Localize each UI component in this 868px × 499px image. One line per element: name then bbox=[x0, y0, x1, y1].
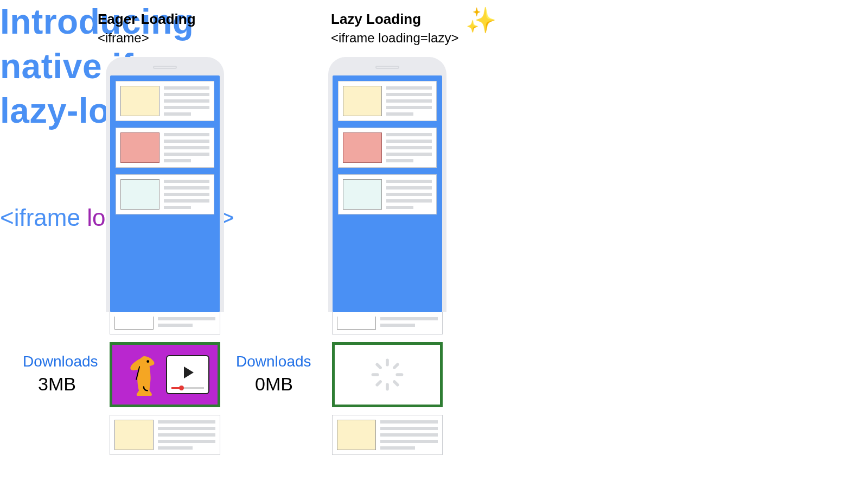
code-tag-open: <iframe bbox=[0, 204, 87, 231]
thumbnail-continuation bbox=[337, 317, 376, 330]
dog-icon bbox=[120, 351, 163, 399]
svg-rect-1 bbox=[386, 359, 389, 367]
list-item bbox=[332, 312, 443, 334]
play-icon bbox=[184, 367, 194, 378]
phone-speaker bbox=[375, 66, 399, 69]
thumbnail bbox=[114, 420, 154, 450]
list-item bbox=[338, 128, 437, 168]
thumbnail bbox=[120, 86, 159, 116]
phone-lazy bbox=[328, 57, 446, 312]
phone-eager bbox=[106, 57, 224, 312]
lazy-title: Lazy Loading bbox=[331, 11, 421, 28]
thumbnail bbox=[337, 420, 376, 450]
thumbnail bbox=[343, 179, 382, 210]
svg-rect-3 bbox=[372, 373, 379, 376]
below-fold-lazy bbox=[332, 312, 443, 463]
list-item bbox=[110, 415, 220, 455]
eager-subtitle: <iframe> bbox=[98, 30, 149, 46]
list-item bbox=[116, 174, 214, 214]
svg-point-0 bbox=[146, 360, 149, 363]
svg-rect-5 bbox=[392, 362, 400, 370]
spinner-icon bbox=[368, 356, 406, 394]
lazy-downloads-value: 0MB bbox=[255, 374, 293, 395]
video-player-icon bbox=[166, 355, 209, 394]
thumbnail bbox=[343, 132, 382, 163]
lazy-downloads-label: Downloads bbox=[236, 353, 311, 370]
svg-rect-8 bbox=[375, 362, 382, 370]
thumbnail bbox=[120, 179, 159, 210]
svg-rect-6 bbox=[392, 380, 400, 387]
thumbnail-continuation bbox=[114, 317, 154, 330]
svg-rect-2 bbox=[386, 383, 389, 390]
svg-rect-4 bbox=[395, 373, 403, 376]
lazy-subtitle: <iframe loading=lazy> bbox=[331, 30, 458, 46]
below-fold-eager bbox=[110, 312, 220, 463]
list-item bbox=[338, 81, 437, 121]
list-item bbox=[116, 81, 214, 121]
eager-downloads-label: Downloads bbox=[23, 353, 98, 370]
video-content bbox=[112, 345, 218, 405]
offscreen-iframe-loaded bbox=[110, 342, 220, 407]
svg-rect-7 bbox=[375, 380, 382, 387]
list-item bbox=[110, 312, 220, 334]
offscreen-iframe-deferred bbox=[332, 342, 443, 407]
player-progress bbox=[171, 387, 204, 389]
sparkles-icon: ✨ bbox=[465, 5, 496, 35]
eager-title: Eager Loading bbox=[98, 11, 196, 28]
list-item bbox=[332, 415, 443, 455]
list-item bbox=[338, 174, 437, 214]
list-item bbox=[116, 128, 214, 168]
phone-speaker bbox=[153, 66, 177, 69]
thumbnail bbox=[120, 132, 159, 163]
phone-screen bbox=[110, 75, 220, 312]
text-lines bbox=[164, 86, 209, 116]
thumbnail bbox=[343, 86, 382, 116]
phone-screen bbox=[333, 75, 442, 312]
eager-downloads-value: 3MB bbox=[38, 374, 76, 395]
